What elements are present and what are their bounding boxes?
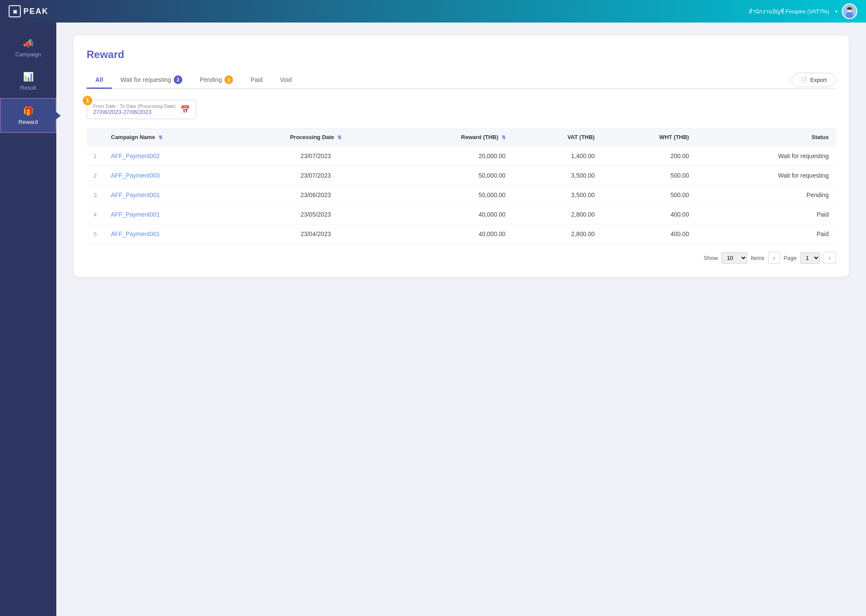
cell-status: Wait for requesting xyxy=(696,166,836,185)
cell-processing-date: 23/07/2023 xyxy=(245,146,386,166)
table-row: 5 AFF_Payment001 23/04/2023 40,000.00 2,… xyxy=(87,224,836,244)
cell-vat: 3,500.00 xyxy=(512,166,602,185)
cell-num: 3 xyxy=(87,185,104,205)
result-icon: 📊 xyxy=(23,71,34,82)
cell-wht: 500.00 xyxy=(602,185,696,205)
date-filter-text: From Date - To Date (Processing Date) 27… xyxy=(93,104,176,115)
active-arrow xyxy=(55,111,61,120)
top-nav-right: สำนักงานบัญชี Finspire (VAT7%) ▾ xyxy=(749,3,857,19)
prev-page-button[interactable]: ‹ xyxy=(768,252,780,264)
cell-status: Wait for requesting xyxy=(696,146,836,166)
cell-reward: 50,000.00 xyxy=(386,166,512,185)
cell-campaign-name[interactable]: AFF_Payment001 xyxy=(104,224,245,244)
tabs-bar: All Wait for requesting 2 Pending 1 Paid… xyxy=(87,71,836,89)
page-label: Page xyxy=(784,255,797,261)
reward-table: Campaign Name ⇅ Processing Date ⇅ Reward… xyxy=(87,128,836,244)
badge-pending: 1 xyxy=(224,75,233,84)
page-title: Reward xyxy=(87,49,836,61)
pagination: Show 10 25 50 100 Items ‹ Page 1 › xyxy=(87,252,836,264)
col-processing-date[interactable]: Processing Date ⇅ xyxy=(245,128,386,146)
sidebar: 📣 Campaign 📊 Result 🎁 Reward xyxy=(0,23,56,616)
tab-wait-for-requesting[interactable]: Wait for requesting 2 xyxy=(112,71,191,88)
tab-all[interactable]: All xyxy=(87,72,112,89)
show-select[interactable]: 10 25 50 100 xyxy=(721,252,747,264)
cell-processing-date: 23/06/2023 xyxy=(245,185,386,205)
col-status: Status xyxy=(696,128,836,146)
page-select[interactable]: 1 xyxy=(800,252,820,264)
cell-wht: 400.00 xyxy=(602,224,696,244)
sort-campaign-icon: ⇅ xyxy=(159,135,162,140)
cell-vat: 3,500.00 xyxy=(512,185,602,205)
col-reward[interactable]: Reward (THB) ⇅ xyxy=(386,128,512,146)
cell-processing-date: 23/05/2023 xyxy=(245,205,386,224)
next-page-button[interactable]: › xyxy=(824,252,836,264)
table-row: 4 AFF_Payment001 23/05/2023 40,000.00 2,… xyxy=(87,205,836,224)
calendar-icon: 📅 xyxy=(180,105,190,114)
col-wht: WHT (THB) xyxy=(602,128,696,146)
export-button[interactable]: 📄 Export xyxy=(791,73,836,87)
sidebar-label-result: Result xyxy=(20,84,36,91)
cell-wht: 200.00 xyxy=(602,146,696,166)
table-wrapper: Campaign Name ⇅ Processing Date ⇅ Reward… xyxy=(87,128,836,244)
svg-point-2 xyxy=(846,12,853,18)
date-filter-badge: 1 xyxy=(83,96,92,105)
cell-reward: 50,000.00 xyxy=(386,185,512,205)
export-icon: 📄 xyxy=(801,77,808,83)
sort-reward-icon: ⇅ xyxy=(502,135,506,140)
col-campaign-name[interactable]: Campaign Name ⇅ xyxy=(104,128,245,146)
reward-card: Reward All Wait for requesting 2 Pending… xyxy=(74,36,849,277)
cell-reward: 40,000.00 xyxy=(386,224,512,244)
cell-campaign-name[interactable]: AFF_Payment002 xyxy=(104,146,245,166)
top-nav: ▣ PEAK สำนักงานบัญชี Finspire (VAT7%) ▾ xyxy=(0,0,866,23)
campaign-icon: 📣 xyxy=(23,38,34,49)
table-row: 2 AFF_Payment003 23/07/2023 50,000.00 3,… xyxy=(87,166,836,185)
cell-vat: 2,800.00 xyxy=(512,224,602,244)
table-row: 1 AFF_Payment002 23/07/2023 20,000.00 1,… xyxy=(87,146,836,166)
show-label: Show xyxy=(704,255,718,261)
cell-reward: 40,000.00 xyxy=(386,205,512,224)
cell-reward: 20,000.00 xyxy=(386,146,512,166)
cell-processing-date: 23/07/2023 xyxy=(245,166,386,185)
dropdown-icon[interactable]: ▾ xyxy=(835,9,837,14)
table-row: 3 AFF_Payment001 23/06/2023 50,000.00 3,… xyxy=(87,185,836,205)
sidebar-label-reward: Reward xyxy=(19,119,38,125)
badge-wait: 2 xyxy=(174,75,182,84)
tab-pending[interactable]: Pending 1 xyxy=(191,71,242,88)
logo-box: ▣ xyxy=(9,5,21,17)
sidebar-item-result[interactable]: 📊 Result xyxy=(0,65,56,98)
date-filter[interactable]: 1 From Date - To Date (Processing Date) … xyxy=(87,100,196,119)
cell-campaign-name[interactable]: AFF_Payment001 xyxy=(104,205,245,224)
col-num xyxy=(87,128,104,146)
sidebar-item-reward[interactable]: 🎁 Reward xyxy=(0,98,56,133)
cell-vat: 1,400.00 xyxy=(512,146,602,166)
main-content: Reward All Wait for requesting 2 Pending… xyxy=(56,23,866,616)
cell-processing-date: 23/04/2023 xyxy=(245,224,386,244)
cell-num: 5 xyxy=(87,224,104,244)
items-label: Items xyxy=(751,255,765,261)
tab-paid[interactable]: Paid xyxy=(242,72,271,88)
logo-text: PEAK xyxy=(23,7,49,16)
sidebar-item-campaign[interactable]: 📣 Campaign xyxy=(0,31,56,65)
cell-num: 2 xyxy=(87,166,104,185)
cell-campaign-name[interactable]: AFF_Payment001 xyxy=(104,185,245,205)
cell-num: 4 xyxy=(87,205,104,224)
org-name[interactable]: สำนักงานบัญชี Finspire (VAT7%) xyxy=(749,7,829,16)
cell-status: Paid xyxy=(696,224,836,244)
avatar[interactable] xyxy=(842,3,857,19)
table-header: Campaign Name ⇅ Processing Date ⇅ Reward… xyxy=(87,128,836,146)
sidebar-label-campaign: Campaign xyxy=(15,51,41,58)
cell-wht: 400.00 xyxy=(602,205,696,224)
cell-campaign-name[interactable]: AFF_Payment003 xyxy=(104,166,245,185)
logo-area: ▣ PEAK xyxy=(9,5,49,17)
sort-date-icon: ⇅ xyxy=(337,135,341,140)
reward-icon: 🎁 xyxy=(23,106,34,116)
layout: 📣 Campaign 📊 Result 🎁 Reward Reward All … xyxy=(0,23,866,616)
cell-wht: 500.00 xyxy=(602,166,696,185)
table-body: 1 AFF_Payment002 23/07/2023 20,000.00 1,… xyxy=(87,146,836,244)
cell-vat: 2,800.00 xyxy=(512,205,602,224)
cell-status: Pending xyxy=(696,185,836,205)
cell-num: 1 xyxy=(87,146,104,166)
cell-status: Paid xyxy=(696,205,836,224)
col-vat: VAT (THB) xyxy=(512,128,602,146)
tab-void[interactable]: Void xyxy=(271,72,300,88)
